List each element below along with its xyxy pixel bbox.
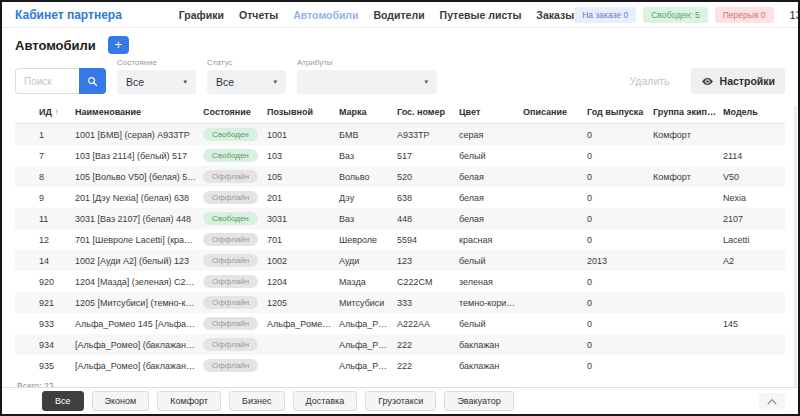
column-header-year[interactable]: Год выпуска (587, 107, 653, 117)
driver-status-badges: На заказе 0Свободен: 5Перерыв 0 (574, 7, 773, 23)
cell-id: 9 (15, 193, 75, 203)
cell-brand: Мазда (339, 277, 397, 287)
state-pill: Свободен (203, 212, 258, 225)
cell-year: 0 (587, 277, 653, 287)
cell-plate: 448 (397, 214, 459, 224)
column-header-color[interactable]: Цвет (459, 107, 523, 117)
cell-year: 0 (587, 214, 653, 224)
cell-year: 0 (587, 298, 653, 308)
badge-count: 0 (761, 10, 766, 20)
class-filter-tab[interactable]: Все (42, 391, 84, 411)
filter-dropdown[interactable]: Все ▾ (117, 70, 196, 94)
state-pill: Оффлайн (203, 254, 258, 267)
table-row[interactable]: 920 1204 [Мазда] (зеленая) C222CM Оффлай… (15, 271, 785, 292)
nav-item[interactable]: Водители (374, 9, 425, 21)
chevron-down-icon: ▾ (273, 78, 277, 86)
cell-color: белая (459, 214, 523, 224)
settings-button[interactable]: Настройки (691, 68, 785, 94)
state-pill: Оффлайн (203, 359, 258, 372)
nav-item[interactable]: Отчеты (239, 9, 278, 21)
class-filter-tab[interactable]: Бизнес (229, 391, 285, 411)
cell-model: 2107 (723, 214, 785, 224)
delete-button[interactable]: Удалить (620, 68, 680, 94)
column-header-name[interactable]: Наименование (75, 107, 203, 117)
table-row[interactable]: 934 [Альфа_Ромео] (баклажан) 222 Оффлайн… (15, 334, 785, 355)
class-filter-tab[interactable]: Комфорт (157, 391, 221, 411)
search-input[interactable] (15, 68, 79, 94)
nav-item[interactable]: Заказы (536, 9, 574, 21)
column-header-state[interactable]: Состояние (203, 107, 267, 117)
cell-plate: 333 (397, 298, 459, 308)
cell-color: белый (459, 256, 523, 266)
cell-color: баклажан (459, 361, 523, 371)
cell-name: 201 [Дэу Nexia] (белая) 638 (75, 193, 203, 203)
table-row[interactable]: 935 [Альфа_Ромео] (баклажан) 222 Оффлайн… (15, 355, 785, 376)
cell-id: 935 (15, 361, 75, 371)
collapse-button[interactable] (759, 393, 785, 409)
cell-name: 1205 [Митсубиси] (темно-коричневый) ... (75, 298, 203, 308)
filter-select-group: Состояние Все ▾ (117, 58, 196, 94)
cell-color: баклажан (459, 340, 523, 350)
cell-name: [Альфа_Ромео] (баклажан) 222 (75, 361, 203, 371)
cell-state: Оффлайн (203, 191, 267, 204)
cell-state: Оффлайн (203, 170, 267, 183)
cell-id: 1 (15, 130, 75, 140)
cell-callsign: 3031 (267, 214, 339, 224)
app-window: Кабинет партнера ГрафикиОтчетыАвтомобили… (0, 0, 800, 416)
table-row[interactable]: 9 201 [Дэу Nexia] (белая) 638 Оффлайн 20… (15, 187, 785, 208)
cell-color: темно-коричнев... (459, 298, 523, 308)
column-header-description[interactable]: Описание (523, 107, 587, 117)
table-row[interactable]: 7 103 [Ваз 2114] (белый) 517 Свободен 10… (15, 145, 785, 166)
cell-id: 921 (15, 298, 75, 308)
cell-id: 934 (15, 340, 75, 350)
cell-year: 0 (587, 151, 653, 161)
column-header-brand[interactable]: Марка (339, 107, 397, 117)
column-header-callsign[interactable]: Позывной (267, 107, 339, 117)
cell-name: 3031 [Ваз 2107] (белая) 448 (75, 214, 203, 224)
cell-plate: 638 (397, 193, 459, 203)
table-row[interactable]: 8 105 [Вольво V50] (белая) 520 Оффлайн 1… (15, 166, 785, 187)
cell-state: Оффлайн (203, 275, 267, 288)
nav-item[interactable]: Графики (179, 9, 224, 21)
cell-color: белая (459, 172, 523, 182)
cell-color: зеленая (459, 277, 523, 287)
state-pill: Оффлайн (203, 233, 258, 246)
table-row[interactable]: 921 1205 [Митсубиси] (темно-коричневый) … (15, 292, 785, 313)
state-pill: Свободен (203, 128, 258, 141)
table-row[interactable]: 933 Альфа_Ромео 145 [Альфа_Ромео 145] (.… (15, 313, 785, 334)
nav-item[interactable]: Автомобили (293, 9, 358, 21)
title-row: Автомобили + (15, 36, 785, 54)
column-header-model[interactable]: Модель (723, 107, 785, 117)
class-filter-tab[interactable]: Грузотакси (365, 391, 436, 411)
class-filter-tab[interactable]: Доставка (293, 391, 358, 411)
table-body: 1 1001 [БМВ] (серая) A933TP Свободен 100… (15, 124, 785, 376)
filter-label: Состояние (117, 58, 196, 67)
cell-year: 2013 (587, 256, 653, 266)
brand-title[interactable]: Кабинет партнера (15, 8, 122, 22)
cell-callsign: 701 (267, 235, 339, 245)
table-row[interactable]: 14 1002 [Ауди A2] (белый) 123 Оффлайн 10… (15, 250, 785, 271)
badge-label: Перерыв (723, 10, 759, 20)
column-header-plate[interactable]: Гос. номер (397, 107, 459, 117)
add-vehicle-button[interactable]: + (108, 36, 129, 54)
filter-dropdown[interactable]: Все ▾ (207, 70, 286, 94)
class-filter-tab[interactable]: Эконом (92, 391, 150, 411)
filter-label: Статус (207, 58, 286, 67)
class-filter-tab[interactable]: Эвакуатор (444, 391, 513, 411)
cell-id: 7 (15, 151, 75, 161)
search-button[interactable] (79, 68, 106, 94)
column-header-id[interactable]: ИД ↑ (15, 107, 75, 117)
cell-callsign: 105 (267, 172, 339, 182)
cell-model: 2114 (723, 151, 785, 161)
cell-color: белая (459, 193, 523, 203)
table-row[interactable]: 12 701 [Шевроле Lacetti] (красная) 5594 … (15, 229, 785, 250)
state-pill: Свободен (203, 149, 258, 162)
filter-dropdown[interactable]: ▾ (297, 70, 437, 94)
nav-item[interactable]: Путевые листы (440, 9, 522, 21)
cell-brand: Альфа_Ромео (339, 361, 397, 371)
column-header-crew-group[interactable]: Группа экипажа (653, 107, 723, 117)
table-row[interactable]: 1 1001 [БМВ] (серая) A933TP Свободен 100… (15, 124, 785, 145)
scrollbar[interactable] (794, 106, 797, 387)
cell-name: 1002 [Ауди A2] (белый) 123 (75, 256, 203, 266)
table-row[interactable]: 11 3031 [Ваз 2107] (белая) 448 Свободен … (15, 208, 785, 229)
